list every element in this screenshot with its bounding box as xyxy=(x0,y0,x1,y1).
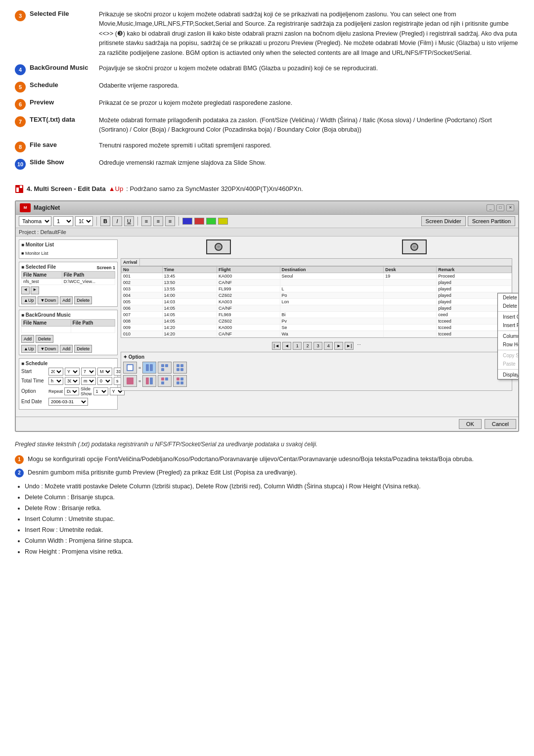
section4-title: 4. Multi Screen - Edit Data xyxy=(27,185,106,192)
section4-uplabel: ▲Up xyxy=(109,185,124,192)
year-select[interactable]: 2006 xyxy=(48,368,63,376)
align-right-button[interactable]: ≡ xyxy=(165,216,175,226)
bgm-col-filename: File Name xyxy=(22,319,71,326)
align-center-button[interactable]: ≡ xyxy=(153,216,163,226)
bold-button[interactable]: B xyxy=(100,216,110,226)
down-button[interactable]: ▼Down xyxy=(38,296,58,304)
m-select[interactable]: 7 xyxy=(81,368,96,376)
align-left-button[interactable]: ≡ xyxy=(141,216,151,226)
table-row[interactable]: 00113:45KA000Seoul19Proceed xyxy=(122,273,512,279)
color-btn-4[interactable] xyxy=(218,218,228,225)
grid-cell-flight: KA000 xyxy=(217,273,280,279)
table-row[interactable]: 00714:05FL969Biceed xyxy=(122,311,512,318)
tt-h-select[interactable]: h xyxy=(48,377,63,385)
option-icon-5[interactable] xyxy=(123,375,137,387)
feature-icon-3: 3 xyxy=(15,10,26,21)
color-btn-3[interactable] xyxy=(206,218,216,225)
feature-item-schedule: 5 Schedule Odaberite vrijeme rasporeda. xyxy=(15,81,519,93)
color-btn-2[interactable] xyxy=(194,218,204,225)
slideshow-select[interactable]: 1 xyxy=(93,387,108,395)
data-grid-container[interactable]: Arrival No Time Flight Destination Desk … xyxy=(121,258,512,338)
color-btn-1[interactable] xyxy=(182,218,192,225)
scroll-left-button[interactable]: ◄ xyxy=(21,286,30,294)
page-3-button[interactable]: 3 xyxy=(313,342,322,350)
table-row[interactable]: 01014:20CA/NFWatcceed xyxy=(122,331,512,337)
data-grid[interactable]: No Time Flight Destination Desk Remark 0… xyxy=(121,266,512,337)
add-button[interactable]: Add xyxy=(60,296,73,304)
option-icon-6[interactable] xyxy=(142,375,156,387)
bgm-add2-button[interactable]: Add xyxy=(60,345,73,353)
grid-cell-dest: Pv xyxy=(280,318,384,324)
maximize-button[interactable]: □ xyxy=(496,204,504,211)
page-prev-button[interactable]: ◄ xyxy=(282,342,291,350)
option-section: ✦ Option = xyxy=(121,352,512,391)
table-row[interactable]: 00914:20KA000Setcceed xyxy=(122,324,512,331)
page-4-button[interactable]: 4 xyxy=(324,342,333,350)
ctx-delete-row[interactable]: Delete Row xyxy=(498,302,519,310)
tt-0-select[interactable]: 0 xyxy=(97,377,112,385)
y-select[interactable]: Y xyxy=(65,368,80,376)
ctx-row-height[interactable]: Row Height xyxy=(498,340,519,349)
ctx-copy-screen[interactable]: Copy Screen xyxy=(498,351,519,360)
page-1-button[interactable]: 1 xyxy=(293,342,302,350)
screen-divider-button[interactable]: Screen Divider xyxy=(421,216,466,226)
minimize-button[interactable]: _ xyxy=(487,204,494,211)
underline-button[interactable]: U xyxy=(124,216,134,226)
table-row[interactable]: 00514:03KA003Lonplayed xyxy=(122,298,512,305)
size-pt-select[interactable]: 10 pt xyxy=(75,216,93,226)
table-row[interactable]: 00614:05CA/NFplayed xyxy=(122,305,512,311)
font-select[interactable]: Tahoma xyxy=(19,216,51,226)
tt-30-select[interactable]: 30 xyxy=(65,377,80,385)
page-2-button[interactable]: 2 xyxy=(303,342,312,350)
bgm-down-button[interactable]: ▼Down xyxy=(38,345,58,353)
option-icon-1[interactable] xyxy=(123,362,137,374)
screen-partition-button[interactable]: Screen Partition xyxy=(468,216,515,226)
tt-m-select[interactable]: m xyxy=(81,377,96,385)
page-first-button[interactable]: |◄ xyxy=(272,342,281,350)
daily-select[interactable]: Daily xyxy=(64,387,79,395)
bgm-up-button[interactable]: ▲Up xyxy=(21,345,36,353)
scroll-right-button[interactable]: ► xyxy=(31,286,39,294)
svg-rect-16 xyxy=(150,378,153,384)
option-icon-8[interactable] xyxy=(173,375,187,387)
section4-header: 4. Multi Screen - Edit Data ▲Up : Podrža… xyxy=(15,185,519,193)
feature-item-slideshow: 10 Slide Show Određuje vremenski razmak … xyxy=(15,158,519,170)
cancel-button[interactable]: Cancel xyxy=(485,419,516,429)
grid-cell-time: 13:45 xyxy=(162,273,217,279)
title-controls[interactable]: _ □ ✕ xyxy=(487,204,514,211)
ctx-delete-column[interactable]: Delete Column xyxy=(498,293,519,302)
table-row[interactable]: 00213:50CA/NFplayed xyxy=(122,279,512,285)
m2-select[interactable]: M xyxy=(97,368,112,376)
table-row[interactable]: nfs_test D:\WCC_View... xyxy=(22,278,115,284)
ctx-column-width[interactable]: Column Width xyxy=(498,332,519,340)
grid-cell-flight: CZ602 xyxy=(217,292,280,298)
table-row[interactable]: 00414:00CZ602Poplayed xyxy=(122,292,512,298)
ctx-insert-column[interactable]: Insert Column xyxy=(498,313,519,321)
ok-button[interactable]: OK xyxy=(459,419,482,429)
size-select[interactable]: 1 xyxy=(53,216,73,226)
up-button[interactable]: ▲Up xyxy=(21,296,36,304)
end-date-select[interactable]: 2006-03-31 xyxy=(48,398,88,406)
grid-cell-no: 008 xyxy=(122,318,163,324)
option-icon-4[interactable] xyxy=(173,362,187,374)
italic-button[interactable]: I xyxy=(112,216,122,226)
page-next-button[interactable]: ► xyxy=(334,342,343,350)
ctx-paste[interactable]: Paste xyxy=(498,360,519,368)
bgm-section: ■ BackGround Music File Name File Path xyxy=(19,310,118,355)
option-icon-7[interactable] xyxy=(158,375,172,387)
title-left: M MagicNet xyxy=(20,203,60,212)
option-row: Option Repeat Daily Slide Show 1 Y xyxy=(21,386,115,396)
page-last-button[interactable]: ►| xyxy=(345,342,354,350)
option-icon-3[interactable] xyxy=(158,362,172,374)
bgm-delete2-button[interactable]: Delete xyxy=(74,345,92,353)
ctx-display-interval[interactable]: Display Interval xyxy=(498,371,519,379)
delete-button[interactable]: Delete xyxy=(74,296,92,304)
close-button[interactable]: ✕ xyxy=(506,204,514,211)
bgm-delete-button[interactable]: Delete xyxy=(36,335,53,343)
bgm-add-button[interactable]: Add xyxy=(21,335,34,343)
ctx-insert-row[interactable]: Insert Row xyxy=(498,321,519,330)
ctx-sep1 xyxy=(498,311,519,312)
option-icon-2[interactable] xyxy=(142,362,156,374)
table-row[interactable]: 00814:05CZ602Pvtcceed xyxy=(122,318,512,324)
table-row[interactable]: 00313:55FL999Lplayed xyxy=(122,285,512,292)
